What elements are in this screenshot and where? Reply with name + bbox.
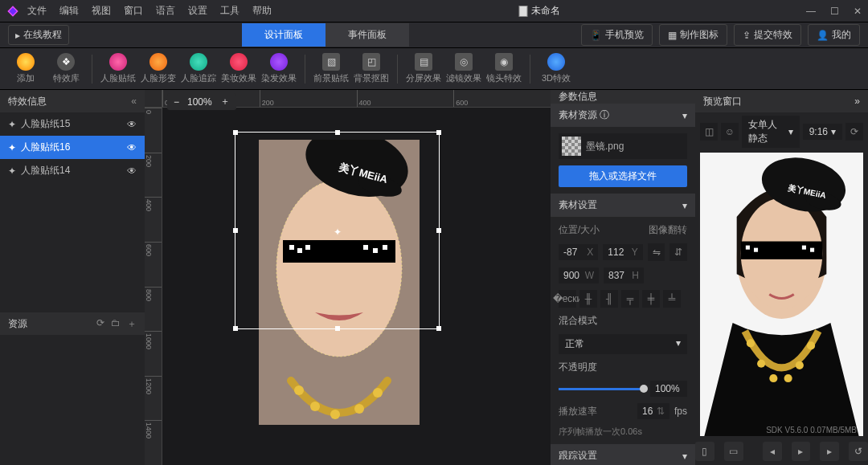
mine-button[interactable]: 👤我的	[808, 24, 860, 46]
preview-reset-button[interactable]: ↺	[849, 442, 868, 461]
tool-filter[interactable]: ◎滤镜效果	[446, 53, 481, 84]
tool-add[interactable]: 添加	[8, 53, 43, 84]
x-input[interactable]: -87X	[559, 244, 598, 260]
blend-mode-select[interactable]: 正常▾	[559, 334, 687, 354]
chevron-down-icon: ▾	[682, 451, 687, 462]
collapse-icon[interactable]: «	[131, 96, 137, 107]
tool-lens[interactable]: ◉镜头特效	[486, 53, 522, 84]
online-tutorial-button[interactable]: ▸ 在线教程	[8, 25, 69, 45]
w-input[interactable]: 900W	[559, 267, 599, 283]
visibility-icon[interactable]: 👁	[127, 119, 137, 130]
selection-box[interactable]: ✦	[235, 132, 440, 329]
maximize-icon[interactable]: ☐	[830, 6, 839, 17]
document-title: 未命名	[272, 4, 806, 18]
zoom-out-icon[interactable]: −	[174, 96, 179, 108]
preview-prev-button[interactable]: ◂	[763, 442, 782, 461]
align-top-button[interactable]: ╤	[621, 290, 639, 308]
flip-v-button[interactable]: ⇵	[669, 243, 687, 261]
tool-hair[interactable]: 染发效果	[261, 53, 297, 84]
zoom-in-icon[interactable]: ＋	[220, 95, 230, 108]
app-logo-icon	[6, 5, 19, 18]
make-icon-button[interactable]: ▦制作图标	[659, 24, 727, 46]
minimize-icon[interactable]: —	[806, 6, 816, 17]
tool-split[interactable]: ▤分屏效果	[406, 53, 441, 84]
expand-icon[interactable]: »	[854, 96, 860, 107]
svg-point-19	[354, 404, 364, 414]
menu-language[interactable]: 语言	[156, 4, 175, 18]
align-right-button[interactable]: ╢	[600, 290, 618, 308]
image-icon: ▦	[668, 30, 677, 41]
menu-settings[interactable]: 设置	[188, 4, 207, 18]
fps-unit: fps	[674, 406, 687, 417]
h-input[interactable]: 837H	[604, 267, 644, 283]
visibility-icon[interactable]: 👁	[127, 165, 137, 177]
canvas[interactable]: 0200400600 0200400600800100012001400 − 1…	[145, 90, 551, 465]
layer-item[interactable]: ✦人脸贴纸14👁	[0, 159, 145, 182]
menu-window[interactable]: 窗口	[124, 4, 143, 18]
align-vcenter-button[interactable]: ╪	[642, 290, 660, 308]
track-settings-header[interactable]: 跟踪设置▾	[551, 444, 695, 465]
submit-effect-button[interactable]: ⇪提交特效	[734, 24, 801, 46]
tool-3d[interactable]: 3D特效	[538, 53, 574, 84]
tool-beauty[interactable]: 美妆效果	[221, 53, 256, 84]
align-hcenter-button[interactable]: ╫	[579, 290, 597, 308]
tool-fxlib[interactable]: ❖特效库	[48, 53, 84, 84]
add-resource-icon[interactable]: ＋	[127, 317, 137, 331]
align-bottom-button[interactable]: ╧	[663, 290, 681, 308]
chevron-down-icon: ▾	[788, 126, 793, 137]
flip-h-button[interactable]: ⇋	[648, 243, 665, 261]
svg-point-18	[330, 410, 340, 419]
sequence-note: 序列帧播放一次0.06s	[559, 426, 687, 438]
tool-fg-sticker[interactable]: ▧前景贴纸	[313, 53, 349, 84]
zoom-control[interactable]: − 100% ＋	[167, 93, 236, 110]
preview-status: SDK V5.6.0 0.07MB/5MB	[760, 426, 863, 434]
asset-item[interactable]: 墨镜.png	[559, 133, 687, 159]
svg-point-37	[807, 341, 815, 349]
menu-edit[interactable]: 编辑	[59, 4, 79, 18]
preview-device-a-button[interactable]: ▯	[695, 442, 714, 461]
preview-viewport: 美丫MEiiA SDK V5.6.0 0.07MB/5MB	[700, 153, 863, 436]
layer-item[interactable]: ✦人脸贴纸16👁	[0, 136, 145, 159]
fps-input[interactable]: 16⇅	[637, 403, 669, 419]
aspect-ratio-select[interactable]: 9:16▾	[803, 124, 842, 140]
phone-preview-button[interactable]: 📱手机预览	[581, 24, 653, 46]
opacity-slider[interactable]	[559, 388, 644, 390]
visibility-icon[interactable]: 👁	[127, 142, 137, 153]
preview-mode-a-button[interactable]: ◫	[700, 123, 718, 141]
layer-type-icon: ✦	[8, 165, 16, 177]
preview-play-button[interactable]: ▸	[792, 442, 811, 461]
align-left-button[interactable]: �ески	[559, 290, 576, 308]
preview-refresh-button[interactable]: ⟳	[845, 123, 863, 141]
opacity-value[interactable]: 100%	[650, 381, 687, 397]
svg-point-32	[747, 339, 755, 347]
layer-item[interactable]: ✦人脸贴纸15👁	[0, 112, 145, 136]
tab-design-panel[interactable]: 设计面板	[242, 23, 326, 47]
drop-file-button[interactable]: 拖入或选择文件	[559, 165, 687, 187]
preview-next-button[interactable]: ▸	[820, 442, 839, 461]
menu-tools[interactable]: 工具	[220, 4, 240, 18]
play-icon: ▸	[15, 30, 20, 41]
menu-help[interactable]: 帮助	[252, 4, 272, 18]
tab-event-panel[interactable]: 事件面板	[326, 23, 409, 47]
tool-face-track[interactable]: 人脸追踪	[181, 53, 216, 84]
tool-bg-cutout[interactable]: ◰背景抠图	[354, 53, 389, 84]
tool-face-morph[interactable]: 人脸形变	[141, 53, 176, 84]
menu-file[interactable]: 文件	[27, 4, 47, 18]
material-resource-header[interactable]: 素材资源 ⓘ▾	[551, 104, 695, 127]
svg-point-35	[784, 374, 792, 382]
tool-face-sticker[interactable]: 人脸贴纸	[100, 53, 136, 84]
y-input[interactable]: 112Y	[603, 244, 642, 260]
refresh-icon[interactable]: ⟳	[96, 317, 104, 331]
material-settings-header[interactable]: 素材设置▾	[551, 194, 695, 217]
menu-view[interactable]: 视图	[92, 4, 111, 18]
preview-model-select[interactable]: 女单人静态▾	[742, 116, 800, 148]
zoom-value: 100%	[187, 96, 212, 108]
close-icon[interactable]: ✕	[854, 6, 862, 17]
preview-mode-b-button[interactable]: ☺	[721, 123, 739, 141]
svg-rect-2	[519, 6, 527, 16]
main-menu: 文件 编辑 视图 窗口 语言 设置 工具 帮助	[27, 4, 272, 18]
folder-icon[interactable]: 🗀	[111, 317, 121, 331]
preview-device-b-button[interactable]: ▭	[724, 442, 743, 461]
chevron-down-icon: ▾	[676, 337, 681, 351]
svg-point-16	[294, 385, 304, 395]
